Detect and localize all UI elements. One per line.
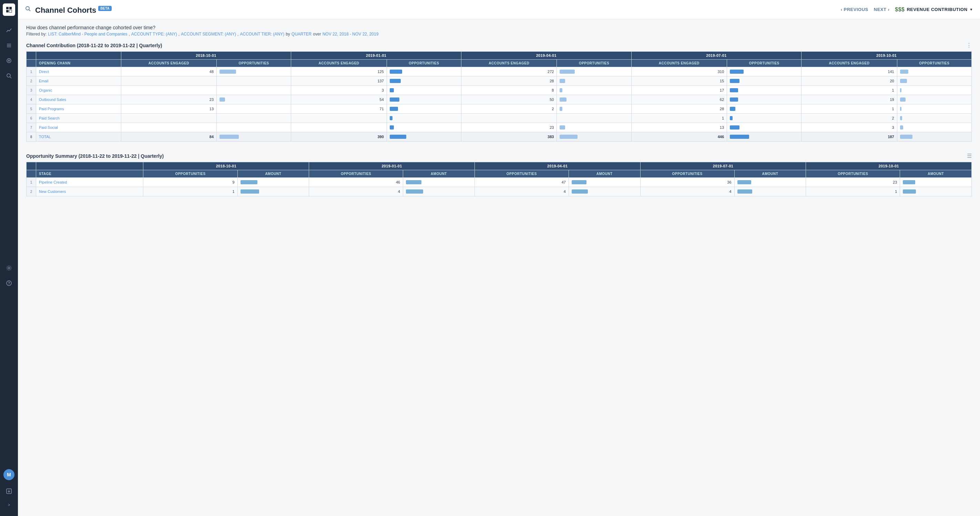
col-accounts-5: ACCOUNTS ENGAGED xyxy=(802,60,897,67)
sidebar-item-import[interactable] xyxy=(3,485,15,497)
opp-row-number: 2 xyxy=(27,187,36,196)
opp-opportunities-cell: 1 xyxy=(806,187,900,196)
opp-period-2019-10-01: 2019-10-01 xyxy=(806,162,972,170)
quarter-filter-link[interactable]: QUARTER xyxy=(291,32,312,37)
amount-bar-fill xyxy=(572,189,588,194)
accounts-engaged-cell: 2 xyxy=(802,114,897,123)
channel-name[interactable]: Paid Search xyxy=(36,114,121,123)
date-range-filter-link[interactable]: NOV 22, 2018 - NOV 22, 2019 xyxy=(323,32,379,37)
opportunities-bar-cell xyxy=(217,86,291,95)
opp-col-opps-3: OPPORTUNITIES xyxy=(474,170,569,178)
svg-text:?: ? xyxy=(8,281,10,285)
account-segment-filter-link[interactable]: ACCOUNT SEGMENT: (ANY) xyxy=(181,32,236,37)
channel-name[interactable]: Paid Programs xyxy=(36,104,121,114)
opportunities-bar-cell xyxy=(387,86,461,95)
opportunities-bar-cell xyxy=(727,132,802,141)
accounts-engaged-cell: 28 xyxy=(461,76,557,86)
sidebar-item-settings[interactable] xyxy=(3,262,15,274)
avatar[interactable]: M xyxy=(3,469,14,480)
svg-line-17 xyxy=(29,10,30,11)
header-left: Channel Cohorts BETA xyxy=(25,4,111,15)
opp-period-2019-04-01: 2019-04-01 xyxy=(474,162,640,170)
logo[interactable] xyxy=(3,3,15,16)
opp-opportunities-cell: 46 xyxy=(309,178,403,187)
svg-point-11 xyxy=(8,267,10,269)
accounts-engaged-cell: 17 xyxy=(631,86,727,95)
row-number: 5 xyxy=(27,104,36,114)
accounts-engaged-cell: 310 xyxy=(631,67,727,76)
stage-name[interactable]: New Customers xyxy=(36,187,143,196)
period-empty-1 xyxy=(27,52,36,60)
opp-opportunities-cell: 47 xyxy=(474,178,569,187)
channel-name[interactable]: Paid Social xyxy=(36,123,121,132)
filter-bar: How does channel performance change coho… xyxy=(26,25,972,37)
sidebar-item-lists[interactable] xyxy=(3,39,15,52)
accounts-engaged-cell: 15 xyxy=(631,76,727,86)
stage-name[interactable]: Pipeline Created xyxy=(36,178,143,187)
sidebar-item-help[interactable]: ? xyxy=(3,277,15,289)
sidebar-item-search[interactable] xyxy=(3,70,15,82)
previous-button[interactable]: ‹ PREVIOUS xyxy=(841,7,869,12)
opp-period-empty-2 xyxy=(36,162,143,170)
svg-rect-2 xyxy=(6,10,9,13)
accounts-engaged-cell xyxy=(291,114,387,123)
opportunities-bar-cell xyxy=(727,86,802,95)
bar-fill xyxy=(900,79,907,83)
bar-fill xyxy=(560,88,562,92)
header-search-icon[interactable] xyxy=(25,5,31,13)
opportunities-bar-cell xyxy=(897,67,971,76)
opportunities-bar-cell xyxy=(557,86,631,95)
bar-fill xyxy=(730,70,744,74)
opp-col-opps-1: OPPORTUNITIES xyxy=(143,170,237,178)
amount-bar-fill xyxy=(737,180,751,184)
account-tier-filter-link[interactable]: ACCOUNT TIER: (ANY) xyxy=(240,32,284,37)
opp-col-amount-1: AMOUNT xyxy=(237,170,309,178)
channel-contribution-table: 2018-10-01 2019-01-01 2019-04-01 2019-07… xyxy=(26,51,972,141)
opportunities-bar-cell xyxy=(387,76,461,86)
accounts-engaged-cell: 2 xyxy=(461,104,557,114)
sidebar-item-journey[interactable] xyxy=(3,54,15,67)
channel-name[interactable]: Outbound Sales xyxy=(36,95,121,104)
accounts-engaged-cell: 13 xyxy=(631,123,727,132)
col-opps-4: OPPORTUNITIES xyxy=(727,60,802,67)
col-opps-2: OPPORTUNITIES xyxy=(387,60,461,67)
opp-opportunities-cell: 4 xyxy=(640,187,734,196)
sidebar-item-analytics[interactable] xyxy=(3,24,15,37)
opp-col-amount-3: AMOUNT xyxy=(569,170,640,178)
channel-name[interactable]: Organic xyxy=(36,86,121,95)
channel-name[interactable]: Direct xyxy=(36,67,121,76)
opp-section-menu-icon[interactable]: ☰ xyxy=(967,152,972,159)
col-opps-1: OPPORTUNITIES xyxy=(217,60,291,67)
bar-fill xyxy=(730,135,749,139)
row-number: 2 xyxy=(27,76,36,86)
period-2019-07-01: 2019-07-01 xyxy=(631,52,802,60)
amount-bar-fill xyxy=(903,189,916,194)
sidebar-expand-button[interactable]: > xyxy=(3,499,15,511)
accounts-engaged-cell: 20 xyxy=(802,76,897,86)
next-button[interactable]: NEXT › xyxy=(874,7,890,12)
channel-section-menu-icon[interactable]: ⋮ xyxy=(966,42,972,49)
bar-fill xyxy=(730,125,740,130)
list-filter-link[interactable]: LIST: CaliberMind - People and Companies xyxy=(48,32,127,37)
channel-section-title: Channel Contribution (2018-11-22 to 2019… xyxy=(26,43,162,48)
header-right: ‹ PREVIOUS NEXT › $$$ REVENUE CONTRIBUTI… xyxy=(841,6,973,13)
channel-name[interactable]: TOTAL xyxy=(36,132,121,141)
amount-bar-fill xyxy=(572,180,587,184)
opportunities-bar-cell xyxy=(557,104,631,114)
bar-fill xyxy=(390,135,406,139)
main-content: Channel Cohorts BETA ‹ PREVIOUS NEXT › $… xyxy=(18,0,980,516)
account-type-filter-link[interactable]: ACCOUNT TYPE: (ANY) xyxy=(131,32,177,37)
channel-name[interactable]: Email xyxy=(36,76,121,86)
bar-fill xyxy=(220,97,225,102)
col-header-row: OPENING CHANN ACCOUNTS ENGAGED OPPORTUNI… xyxy=(27,60,972,67)
row-number: 8 xyxy=(27,132,36,141)
svg-point-7 xyxy=(7,59,11,63)
revenue-contribution-button[interactable]: $$$ REVENUE CONTRIBUTION ▼ xyxy=(895,6,973,13)
period-2019-04-01: 2019-04-01 xyxy=(461,52,631,60)
period-2019-01-01: 2019-01-01 xyxy=(291,52,461,60)
opp-section-header: Opportunity Summary (2018-11-22 to 2019-… xyxy=(26,152,972,159)
channel-table-row: 3Organic38171 xyxy=(27,86,972,95)
opportunities-bar-cell xyxy=(727,95,802,104)
accounts-engaged-cell xyxy=(121,76,216,86)
filter-row: Filtered by: LIST: CaliberMind - People … xyxy=(26,32,972,37)
